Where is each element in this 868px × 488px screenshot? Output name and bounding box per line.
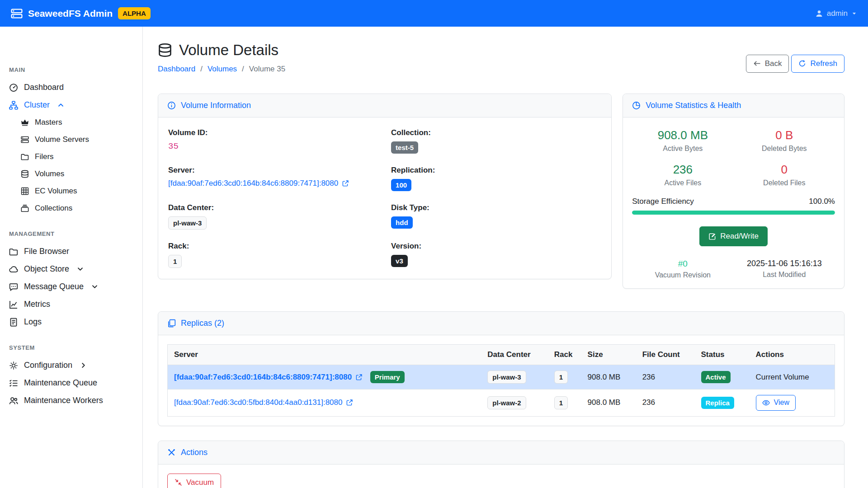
sidebar-item-label: Masters bbox=[35, 118, 62, 127]
server-link[interactable]: [fdaa:90af:7ed6:3cd0:164b:84c6:8809:7471… bbox=[168, 179, 349, 188]
replicas-card: Replicas (2) Server Data Center Rack Siz… bbox=[158, 311, 844, 426]
database-icon bbox=[21, 170, 29, 178]
main-content: Volume Details Dashboard / Volumes / Vol… bbox=[143, 27, 868, 488]
sidebar-item-label: Volume Servers bbox=[35, 135, 89, 144]
cluster-icon bbox=[9, 101, 18, 110]
list-check-icon bbox=[9, 379, 18, 388]
replica-row-secondary: [fdaa:90af:7ed6:3cd0:5fbd:840d:4aa0:d131… bbox=[168, 389, 835, 417]
sidebar-item-masters[interactable]: Masters bbox=[0, 114, 142, 131]
storage-efficiency-value: 100.0% bbox=[809, 197, 835, 206]
replica-server-link[interactable]: [fdaa:90af:7ed6:3cd0:164b:84c6:8809:7471… bbox=[174, 373, 363, 382]
refresh-button[interactable]: Refresh bbox=[791, 55, 844, 73]
field-disk-type: Disk Type: hdd bbox=[391, 203, 601, 230]
sidebar-item-collections[interactable]: Collections bbox=[0, 200, 142, 217]
people-icon bbox=[9, 396, 18, 405]
col-header-file-count: File Count bbox=[636, 345, 695, 365]
actions-header: Actions bbox=[158, 441, 844, 465]
chevron-up-icon bbox=[57, 102, 64, 108]
sidebar-item-label: Cluster bbox=[24, 100, 50, 110]
stat-active-bytes: 908.0 MB Active Bytes bbox=[632, 128, 733, 153]
vacuum-button[interactable]: Vacuum bbox=[167, 474, 221, 488]
col-header-status: Status bbox=[695, 345, 750, 365]
alpha-badge: ALPHA bbox=[118, 7, 151, 19]
replicas-header: Replicas (2) bbox=[158, 312, 844, 335]
field-label: Server: bbox=[168, 166, 378, 175]
volume-information-header: Volume Information bbox=[158, 94, 611, 117]
read-write-button[interactable]: Read/Write bbox=[699, 226, 768, 246]
field-label: Volume ID: bbox=[168, 128, 378, 137]
sidebar-item-label: Logs bbox=[24, 317, 42, 327]
sidebar-item-label: Dashboard bbox=[24, 83, 64, 92]
folder-icon bbox=[9, 247, 18, 256]
hdd-stack-icon bbox=[21, 136, 29, 144]
sidebar-item-label: Configuration bbox=[24, 361, 72, 370]
cloud-icon bbox=[9, 265, 18, 274]
field-server: Server: [fdaa:90af:7ed6:3cd0:164b:84c6:8… bbox=[168, 166, 378, 191]
disk-type-badge: hdd bbox=[391, 216, 413, 229]
chevron-down-icon bbox=[77, 266, 84, 272]
storage-efficiency-progress bbox=[632, 211, 835, 215]
tools-icon bbox=[167, 448, 176, 457]
sidebar-item-maintenance-queue[interactable]: Maintenance Queue bbox=[0, 374, 142, 392]
status-badge: Active bbox=[701, 371, 731, 383]
info-circle-icon bbox=[167, 101, 176, 110]
field-replication: Replication: 100 bbox=[391, 166, 601, 191]
sidebar-item-file-browser[interactable]: File Browser bbox=[0, 243, 142, 260]
page-title: Volume Details bbox=[158, 42, 285, 59]
breadcrumb-separator: / bbox=[242, 65, 244, 74]
replica-size: 908.0 MB bbox=[581, 365, 636, 389]
sidebar-item-object-store[interactable]: Object Store bbox=[0, 260, 142, 278]
sidebar-item-ec-volumes[interactable]: EC Volumes bbox=[0, 183, 142, 200]
field-label: Version: bbox=[391, 242, 601, 251]
breadcrumb-current: Volume 35 bbox=[249, 65, 285, 74]
replica-file-count: 236 bbox=[636, 365, 695, 389]
field-collection: Collection: test-5 bbox=[391, 128, 601, 154]
replica-action-text: Current Volume bbox=[750, 365, 835, 389]
pie-chart-icon bbox=[632, 101, 641, 110]
graph-icon bbox=[9, 300, 18, 309]
cluster-submenu: Masters Volume Servers Filers Volumes EC… bbox=[0, 114, 142, 217]
sidebar-item-message-queue[interactable]: Message Queue bbox=[0, 278, 142, 296]
primary-badge: Primary bbox=[370, 371, 405, 383]
replica-size: 908.0 MB bbox=[581, 389, 636, 417]
chat-icon bbox=[9, 282, 18, 291]
database-icon bbox=[158, 43, 172, 57]
sidebar-item-logs[interactable]: Logs bbox=[0, 313, 142, 331]
sidebar-section-main: MAIN bbox=[0, 66, 142, 73]
breadcrumb-separator: / bbox=[200, 65, 203, 74]
back-button[interactable]: Back bbox=[746, 55, 789, 73]
top-navbar: SeaweedFS Admin ALPHA admin bbox=[0, 0, 868, 27]
sidebar-item-dashboard[interactable]: Dashboard bbox=[0, 79, 142, 96]
sidebar-item-cluster[interactable]: Cluster bbox=[0, 96, 142, 114]
last-modified: 2025-11-06 15:16:13 Last Modified bbox=[734, 259, 835, 279]
breadcrumb-dashboard[interactable]: Dashboard bbox=[158, 65, 195, 74]
field-label: Rack: bbox=[168, 242, 378, 251]
sidebar-item-label: Filers bbox=[35, 152, 54, 161]
volume-stats-header: Volume Statistics & Health bbox=[623, 94, 844, 117]
sidebar-section-system: SYSTEM bbox=[0, 344, 142, 351]
field-label: Collection: bbox=[391, 128, 601, 137]
stat-deleted-files: 0 Deleted Files bbox=[734, 163, 835, 187]
sidebar-section-management: MANAGEMENT bbox=[0, 230, 142, 237]
sidebar-item-maintenance-workers[interactable]: Maintenance Workers bbox=[0, 392, 142, 409]
user-menu[interactable]: admin bbox=[815, 9, 857, 18]
col-header-size: Size bbox=[581, 345, 636, 365]
sidebar-item-label: Maintenance Queue bbox=[24, 378, 97, 388]
replica-server-link[interactable]: [fdaa:90af:7ed6:3cd0:5fbd:840d:4aa0:d131… bbox=[174, 398, 353, 407]
replica-file-count: 236 bbox=[636, 389, 695, 417]
collection-badge: test-5 bbox=[391, 141, 418, 154]
sidebar-item-filers[interactable]: Filers bbox=[0, 148, 142, 165]
field-rack: Rack: 1 bbox=[168, 242, 378, 268]
sidebar-item-metrics[interactable]: Metrics bbox=[0, 296, 142, 313]
view-button[interactable]: View bbox=[756, 395, 796, 411]
external-link-icon bbox=[346, 399, 353, 406]
sidebar-item-volumes[interactable]: Volumes bbox=[0, 165, 142, 183]
breadcrumb-volumes[interactable]: Volumes bbox=[208, 65, 237, 74]
compress-icon bbox=[175, 479, 182, 486]
progress-bar-fill bbox=[632, 211, 835, 215]
refresh-icon bbox=[798, 60, 806, 67]
status-badge: Replica bbox=[701, 397, 734, 409]
sidebar-item-configuration[interactable]: Configuration bbox=[0, 357, 142, 374]
app-logo-icon bbox=[11, 8, 23, 19]
sidebar-item-volume-servers[interactable]: Volume Servers bbox=[0, 131, 142, 148]
